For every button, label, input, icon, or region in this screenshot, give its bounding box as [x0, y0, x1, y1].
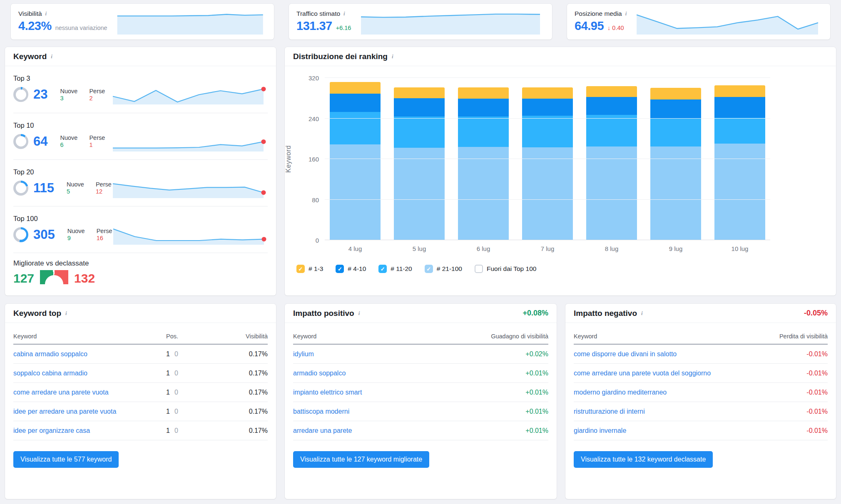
- checkbox-checked-icon[interactable]: ✓: [336, 265, 344, 273]
- info-icon[interactable]: i: [358, 310, 360, 317]
- bar-group: [394, 78, 445, 240]
- bar-segment-1-3: [522, 87, 573, 99]
- dashboard-page: Visibilità i 4.23% nessuna variazione Tr…: [0, 0, 841, 504]
- new-keywords-count: 5: [67, 188, 84, 195]
- keyword-link[interactable]: idee per organizzare casa: [13, 427, 166, 434]
- negative-impact-header: Impatto negativo i -0.05%: [565, 304, 836, 323]
- keyword-link[interactable]: soppalco cabina armadio: [13, 370, 166, 377]
- keyword-card-header: Keyword i: [5, 47, 276, 66]
- bar-segment-1-3: [394, 87, 445, 98]
- legend-item[interactable]: ✓# 1-3: [296, 265, 323, 273]
- bar-segment-1-3: [586, 86, 637, 97]
- keyword-top-title-row: Keyword top i: [13, 309, 67, 318]
- col-keyword: Keyword: [13, 333, 166, 340]
- bar-segment-21-100: [458, 147, 509, 240]
- positive-impact-table-head: Keyword Guadagno di visibilità: [293, 323, 548, 345]
- ranking-chart-plot: Keyword 080160240320: [325, 78, 770, 240]
- avg-position-card-text: Posizione media i 64.95 ↓ 0.40: [575, 9, 627, 35]
- keyword-card: Keyword i Top 323Nuove3Perse2Top 1064Nuo…: [5, 47, 276, 295]
- keyword-top-table-head: Keyword Pos. Visibilità: [13, 323, 268, 345]
- bucket-sparkline: [112, 225, 268, 245]
- view-all-keywords-button[interactable]: Visualizza tutte le 577 keyword: [13, 451, 119, 468]
- bucket-main: 115Nuove5Perse12: [13, 178, 268, 198]
- info-icon[interactable]: i: [343, 10, 345, 17]
- avg-position-value-row: 64.95 ↓ 0.40: [575, 19, 627, 33]
- view-improved-keywords-button[interactable]: Visualizza tutte le 127 keyword migliora…: [293, 451, 429, 468]
- positive-impact-card: Impatto positivo i +0.08% Keyword Guadag…: [285, 304, 557, 499]
- position-diff: 0: [174, 408, 178, 415]
- keyword-link[interactable]: come arredare una parete vuota del soggi…: [574, 370, 764, 377]
- new-keywords-count: 6: [60, 142, 77, 148]
- lost-keywords: Perse2: [89, 88, 105, 102]
- stacked-bar: [714, 85, 765, 240]
- keyword-link[interactable]: idee per arredare una parete vuota: [13, 408, 166, 415]
- bucket-sparkline: [112, 132, 268, 151]
- positive-impact-rows: idylium+0.02%armadio soppalco+0.01%impia…: [293, 345, 548, 440]
- position-diff: 0: [174, 350, 178, 358]
- keyword-bucket-row: Top 323Nuove3Perse2: [13, 66, 268, 113]
- keyword-link[interactable]: cabina armadio soppalco: [13, 350, 166, 358]
- checkbox-checked-icon[interactable]: ✓: [378, 265, 387, 273]
- new-keywords: Nuove6: [60, 134, 77, 148]
- summary-row: Visibilità i 4.23% nessuna variazione Tr…: [5, 4, 836, 39]
- bucket-donut: [13, 134, 28, 149]
- lost-keywords: Perse16: [97, 228, 112, 241]
- keyword-link[interactable]: ristrutturazione di interni: [574, 408, 764, 415]
- info-icon[interactable]: i: [641, 310, 643, 317]
- checkbox-checked-icon[interactable]: ✓: [296, 265, 305, 273]
- bar-segment-21-100: [650, 146, 701, 240]
- bar-segment-11-20: [650, 119, 701, 146]
- lost-keywords-count: 12: [96, 188, 112, 195]
- visibility-title: Visibilità: [18, 10, 42, 17]
- position-cell: 10: [166, 389, 213, 396]
- table-row: arredare una parete+0.01%: [293, 421, 548, 440]
- legend-item[interactable]: ✓# 4-10: [336, 265, 366, 273]
- keyword-link[interactable]: idylium: [293, 350, 485, 358]
- keyword-link[interactable]: battiscopa moderni: [293, 408, 485, 415]
- keyword-link[interactable]: come disporre due divani in salotto: [574, 350, 764, 358]
- visibility-value: 0.17%: [213, 350, 268, 358]
- keyword-bucket-row: Top 100305Nuove9Perse16: [13, 206, 268, 253]
- keyword-link[interactable]: giardino invernale: [574, 427, 764, 434]
- info-icon[interactable]: i: [625, 10, 627, 17]
- x-axis-label: 5 lug: [394, 245, 445, 252]
- keyword-link[interactable]: armadio soppalco: [293, 370, 485, 377]
- grid-line: [325, 77, 770, 78]
- info-icon[interactable]: i: [392, 53, 393, 60]
- bar-group: [458, 78, 509, 240]
- impact-value: -0.01%: [764, 370, 828, 377]
- col-gain: Guadagno di visibilità: [485, 333, 548, 340]
- negative-impact-button-wrap: Visualizza tutte le 132 keyword declassa…: [574, 440, 828, 468]
- legend-item[interactable]: ✓# 11-20: [378, 265, 412, 273]
- negative-impact-title: Impatto negativo: [574, 309, 637, 318]
- view-declined-keywords-button[interactable]: Visualizza tutte le 132 keyword declassa…: [574, 451, 713, 468]
- new-keywords-count: 9: [67, 235, 85, 241]
- positive-impact-title-row: Impatto positivo i: [293, 309, 360, 318]
- bar-segment-11-20: [330, 112, 381, 144]
- bar-segment-4-10: [330, 94, 381, 112]
- bucket-count: 115: [33, 181, 54, 196]
- info-icon[interactable]: i: [65, 310, 67, 317]
- impact-value: -0.01%: [764, 427, 828, 434]
- bucket-count: 23: [33, 87, 47, 102]
- bar-segment-11-20: [522, 116, 573, 147]
- position-cell: 10: [166, 427, 213, 434]
- impact-value: -0.01%: [764, 408, 828, 415]
- negative-impact-table-head: Keyword Perdita di visibilità: [574, 323, 828, 345]
- checkbox-checked-icon[interactable]: ✓: [425, 265, 433, 273]
- keyword-link[interactable]: come arredare una parete vuota: [13, 389, 166, 396]
- visibility-card: Visibilità i 4.23% nessuna variazione: [11, 4, 274, 40]
- bucket-donut: [13, 181, 28, 196]
- keyword-link[interactable]: arredare una parete: [293, 427, 485, 434]
- checkbox-unchecked-icon[interactable]: [475, 265, 483, 273]
- info-icon[interactable]: i: [51, 53, 52, 60]
- keyword-link[interactable]: impianto elettrico smart: [293, 389, 485, 396]
- grid-line: [325, 199, 770, 200]
- keyword-link[interactable]: moderno giardino mediterraneo: [574, 389, 764, 396]
- legend-item[interactable]: ✓# 21-100: [425, 265, 462, 273]
- lost-keywords-label: Perse: [97, 228, 112, 234]
- improved-count: 127: [13, 271, 34, 286]
- legend-item[interactable]: Fuori dai Top 100: [475, 265, 537, 273]
- info-icon[interactable]: i: [45, 10, 47, 17]
- new-keywords-label: Nuove: [60, 88, 77, 94]
